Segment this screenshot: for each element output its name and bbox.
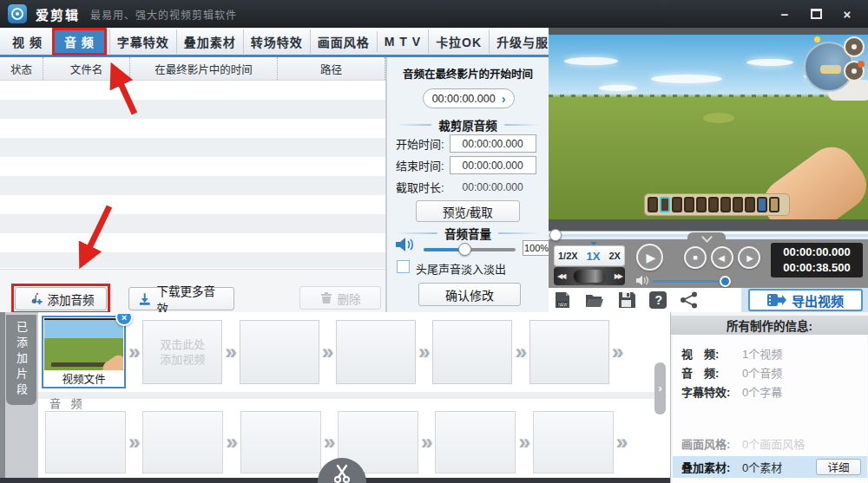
info-value: 1个视频 [742,345,782,362]
hotbar-slot [733,197,743,212]
time-display: 00:00:00.000 00:00:38.500 [771,243,863,277]
save-project-icon[interactable] [616,291,637,309]
export-video-label: 导出视频 [792,291,844,310]
tab-picture-style[interactable]: 画面风格 [310,29,377,54]
maximize-button[interactable] [807,5,825,23]
empty-video-slot[interactable]: 双击此处 添加视频 [142,320,222,384]
empty-audio-slot[interactable] [142,411,223,473]
download-more-button[interactable]: 下载更多音效 [128,287,234,310]
tab-audio[interactable]: 音 频 [52,28,107,55]
info-row-overlays: 叠加素材: 0个素材 详细 [673,456,867,478]
tab-karaoke[interactable]: 卡拉OK [428,29,489,54]
audio-start-time-title: 音频在最终影片的开始时间 [387,65,549,82]
audio-start-time-input[interactable]: 00:00:00.000 › [423,88,515,108]
confirm-changes-button[interactable]: 确认修改 [418,283,521,306]
empty-video-slot[interactable] [432,320,512,384]
remove-clip-button[interactable]: × [115,314,133,326]
export-zone: 导出视频 [741,288,868,312]
column-path[interactable]: 路径 [278,57,385,80]
share-icon[interactable] [679,291,700,309]
info-value: 0个字幕 [742,383,782,400]
chevrons-icon: » [612,342,623,362]
tab-subtitle-effects[interactable]: 字幕特效 [109,29,176,54]
export-video-button[interactable]: 导出视频 [748,289,863,311]
audio-settings-panel: 音频在最终影片的开始时间 00:00:00.000 › 裁剪原音频 开始时间: … [386,57,549,312]
player-volume-slider[interactable] [653,280,727,283]
minimize-button[interactable]: − [776,5,793,23]
add-audio-label: 添加音频 [48,290,95,308]
open-project-icon[interactable] [584,291,605,309]
chevrons-icon: » [418,342,430,362]
info-value: 0个音频 [742,364,782,381]
hotbar-slot [745,197,755,212]
step-forward-button[interactable]: ▶ [738,246,760,269]
preview-trim-button[interactable]: 预览/截取 [416,200,520,222]
video-clip[interactable]: 视频文件 × [42,316,126,388]
hotbar-slot [684,197,694,212]
chevrons-icon: » [226,432,237,453]
collapse-handle[interactable] [687,232,726,240]
empty-audio-slot[interactable] [240,411,321,473]
fade-in-out-checkbox[interactable] [397,260,410,273]
empty-audio-slot[interactable] [435,411,516,473]
jog-left-icon[interactable]: ◀◀ [557,272,564,280]
fade-in-out-label: 头尾声音淡入淡出 [416,260,506,277]
info-row-subtitles: 字幕特效: 0个字幕 [681,383,782,400]
playback-progress-handle[interactable] [549,229,562,241]
speed-half-button[interactable]: 1/2X [558,251,578,261]
volume-slider-handle[interactable] [458,243,471,256]
step-back-button[interactable]: ◀ [711,246,733,269]
game-menu-button [844,61,865,82]
table-body-empty[interactable] [0,81,385,268]
added-clips-tab[interactable]: 已添加片段 [6,315,36,405]
speed-2x-button[interactable]: 2X [609,251,621,261]
player-volume-handle[interactable] [720,276,731,287]
empty-video-slot[interactable] [529,320,609,384]
detail-button[interactable]: 详细 [816,459,861,475]
jog-wheel[interactable]: ◀◀ ▶▶ [554,267,625,285]
speed-1x-button[interactable]: 1X [587,250,601,263]
info-row-picture-style: 画面风格: 0个画面风格 [681,435,805,452]
empty-audio-slot[interactable] [45,411,126,473]
player-volume-icon [635,275,649,286]
help-icon[interactable]: ? [648,291,668,309]
new-project-icon[interactable]: NEW [553,291,574,309]
hotbar-slot [708,197,719,212]
timeline-scrollbar[interactable]: › [654,362,666,414]
hotbar-slot-selected [660,197,670,212]
trim-start-input[interactable]: 00:00:00.000 [450,134,536,153]
app-window: 爱剪辑 最易用、强大的视频剪辑软件 − × 视 频 音 频 字幕特效 叠加素材 … [0,0,868,483]
tab-overlay-materials[interactable]: 叠加素材 [176,29,243,54]
trim-end-input[interactable]: 00:00:00.000 [450,156,536,174]
title-bar: 爱剪辑 最易用、强大的视频剪辑软件 − × [0,0,868,28]
column-time-in-film[interactable]: 在最终影片中的时间 [130,57,278,80]
cloud [651,75,722,83]
empty-video-slot[interactable] [240,320,319,384]
svg-text:NEW: NEW [558,303,568,307]
jog-knob[interactable] [574,270,605,283]
video-preview[interactable] [549,35,868,219]
tab-mtv[interactable]: M T V [377,31,428,52]
play-button[interactable]: ▶ [636,244,663,271]
chevron-right-icon[interactable]: › [502,93,506,105]
chevrons-icon: » [324,432,335,453]
hotbar-slot [648,197,658,212]
audio-start-time-value: 00:00:00.000 [432,93,496,105]
add-audio-button[interactable]: 添加音频 [15,287,107,310]
trim-section-title: 裁剪原音频 [396,116,540,134]
tab-transitions[interactable]: 转场特效 [243,29,310,54]
info-label: 叠加素材: [681,459,742,475]
chevrons-icon: » [515,342,526,362]
empty-video-slot[interactable] [336,320,416,384]
tab-video[interactable]: 视 频 [5,29,49,54]
empty-audio-slot[interactable] [533,411,614,473]
delete-button[interactable]: 删除 [299,286,381,310]
column-status[interactable]: 状态 [0,57,43,80]
download-more-label: 下载更多音效 [157,282,226,317]
chevrons-icon: » [225,342,236,362]
column-filename[interactable]: 文件名 [43,57,130,80]
stop-button[interactable]: ■ [684,246,707,269]
jog-right-icon[interactable]: ▶▶ [615,272,621,280]
app-logo-icon [8,4,27,23]
close-button[interactable]: × [838,5,856,23]
